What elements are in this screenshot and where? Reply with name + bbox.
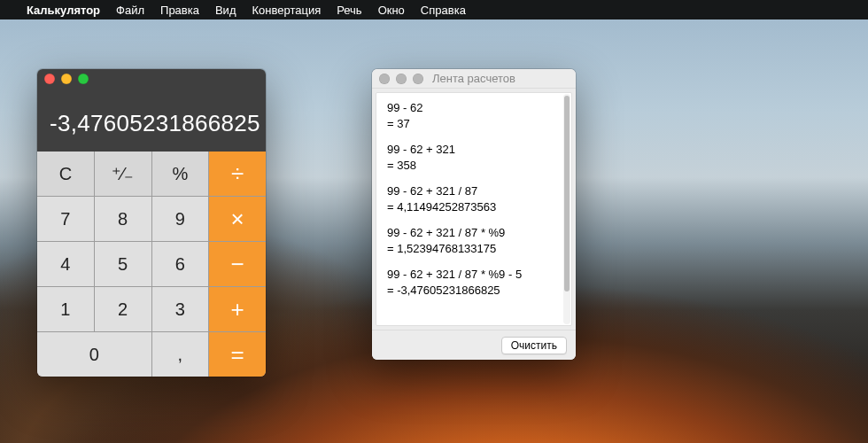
clear-button[interactable]: C (37, 152, 94, 196)
calculator-titlebar[interactable] (37, 69, 266, 89)
tape-result: = 4,11494252873563 (387, 199, 561, 215)
tape-entry: 99 - 62 + 321 / 87 = 4,11494252873563 (387, 183, 561, 214)
menu-speech[interactable]: Речь (337, 4, 361, 17)
menu-file[interactable]: Файл (116, 4, 144, 17)
digit-9-button[interactable]: 9 (152, 197, 209, 241)
tape-titlebar[interactable]: Лента расчетов (372, 69, 576, 89)
percent-button[interactable]: % (152, 152, 209, 196)
tape-window: Лента расчетов 99 - 62 = 37 99 - 62 + 32… (372, 69, 576, 360)
tape-entry: 99 - 62 = 37 (387, 100, 561, 131)
zoom-icon[interactable] (413, 74, 423, 84)
tape-expression: 99 - 62 + 321 / 87 * %9 - 5 (387, 267, 561, 283)
tape-expression: 99 - 62 + 321 / 87 * %9 (387, 225, 561, 241)
tape-result: = 358 (387, 158, 561, 174)
calculator-window: -3,47605231866825 C ⁺∕₋ % ÷ 7 8 9 × 4 5 … (37, 69, 266, 377)
digit-1-button[interactable]: 1 (37, 287, 94, 331)
multiply-button[interactable]: × (209, 197, 266, 241)
tape-footer: Очистить (372, 330, 576, 360)
menu-bar: Калькулятор Файл Правка Вид Конвертация … (0, 0, 868, 19)
tape-expression: 99 - 62 + 321 / 87 (387, 183, 561, 199)
calculator-keypad: C ⁺∕₋ % ÷ 7 8 9 × 4 5 6 − 1 2 3 + 0 , = (37, 152, 266, 377)
decimal-button[interactable]: , (152, 332, 209, 377)
close-icon[interactable] (379, 74, 390, 84)
menu-window[interactable]: Окно (378, 4, 405, 17)
menu-help[interactable]: Справка (421, 4, 466, 17)
clear-tape-button[interactable]: Очистить (501, 337, 567, 354)
equals-button[interactable]: = (209, 332, 266, 377)
tape-entry: 99 - 62 + 321 / 87 * %9 - 5 = -3,4760523… (387, 267, 561, 298)
tape-entry: 99 - 62 + 321 = 358 (387, 142, 561, 173)
digit-7-button[interactable]: 7 (37, 197, 94, 241)
digit-6-button[interactable]: 6 (152, 242, 209, 286)
digit-8-button[interactable]: 8 (95, 197, 151, 241)
traffic-lights (44, 74, 89, 84)
digit-3-button[interactable]: 3 (152, 287, 209, 331)
calculator-display: -3,47605231866825 (37, 89, 266, 152)
sign-button[interactable]: ⁺∕₋ (95, 152, 151, 196)
zoom-icon[interactable] (78, 74, 89, 84)
tape-result: = 37 (387, 116, 561, 132)
digit-4-button[interactable]: 4 (37, 242, 94, 286)
tape-result: = -3,47605231866825 (387, 283, 561, 299)
digit-0-button[interactable]: 0 (37, 332, 151, 377)
scrollbar[interactable] (563, 94, 570, 324)
minimize-icon[interactable] (396, 74, 407, 84)
tape-expression: 99 - 62 (387, 100, 561, 116)
plus-button[interactable]: + (209, 287, 266, 331)
divide-button[interactable]: ÷ (209, 152, 266, 196)
tape-result: = 1,52394768133175 (387, 241, 561, 257)
digit-5-button[interactable]: 5 (95, 242, 151, 286)
minimize-icon[interactable] (61, 74, 72, 84)
traffic-lights (379, 74, 423, 84)
app-menu[interactable]: Калькулятор (27, 4, 100, 17)
close-icon[interactable] (44, 74, 55, 84)
tape-entry: 99 - 62 + 321 / 87 * %9 = 1,523947681331… (387, 225, 561, 256)
minus-button[interactable]: − (209, 242, 266, 286)
scroll-thumb[interactable] (564, 96, 570, 291)
menu-view[interactable]: Вид (215, 4, 236, 17)
menu-convert[interactable]: Конвертация (252, 4, 321, 17)
tape-expression: 99 - 62 + 321 (387, 142, 561, 158)
menu-edit[interactable]: Правка (160, 4, 199, 17)
tape-content: 99 - 62 = 37 99 - 62 + 321 = 358 99 - 62… (376, 92, 572, 326)
digit-2-button[interactable]: 2 (95, 287, 151, 331)
